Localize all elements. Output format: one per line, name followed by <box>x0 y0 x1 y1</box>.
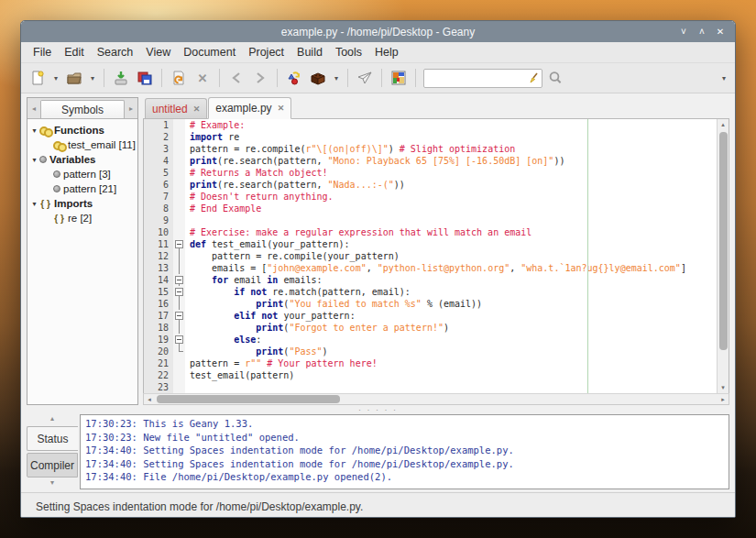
expander-icon[interactable]: ▾ <box>29 200 39 208</box>
close-button[interactable]: ✕ <box>713 27 728 37</box>
open-file-dropdown[interactable]: ▾ <box>87 67 98 89</box>
code-line-16[interactable]: 16 print("You failed to match %s" % (ema… <box>144 298 717 310</box>
clear-search-broom-icon[interactable] <box>527 71 540 84</box>
tab-symbols[interactable]: Symbols <box>40 100 125 118</box>
tab-close-icon[interactable]: ✕ <box>278 104 285 113</box>
status-messages[interactable]: 17:30:23: This is Geany 1.33.17:30:23: N… <box>80 414 729 489</box>
expander-icon[interactable]: ▾ <box>29 156 39 164</box>
code-line-18[interactable]: 18 print("Forgot to enter a pattern!") <box>144 322 717 334</box>
code-line-3[interactable]: 3pattern = re.compile(r"\[(on|off)\]") #… <box>144 143 717 155</box>
menu-view[interactable]: View <box>139 44 177 60</box>
var-icon <box>53 185 60 192</box>
tree-item-pattern[interactable]: pattern [21] <box>29 181 136 196</box>
toolbar-search-input[interactable] <box>423 69 542 88</box>
menu-project[interactable]: Project <box>242 44 290 60</box>
code-line-9[interactable]: 9 <box>144 214 717 226</box>
menu-help[interactable]: Help <box>368 44 405 60</box>
titlebar[interactable]: example.py - /home/pi/Desktop - Geany ˅ … <box>21 21 735 42</box>
fold-margin[interactable] <box>173 310 185 322</box>
new-file-dropdown[interactable]: ▾ <box>50 67 61 89</box>
code-line-20[interactable]: 20 print("Pass") <box>144 346 717 357</box>
message-tabs-scroll-down-icon[interactable]: ▾ <box>27 478 78 489</box>
scroll-left-icon[interactable]: ◂ <box>144 394 155 405</box>
navigate-forward-button[interactable] <box>249 67 271 89</box>
sidebar-tab-scroll-right-icon[interactable]: ▸ <box>125 98 137 118</box>
maximize-button[interactable]: ˄ <box>695 27 709 37</box>
tab-untitled[interactable]: untitled✕ <box>145 98 207 118</box>
tree-item-variables[interactable]: ▾Variables <box>29 152 136 167</box>
menu-build[interactable]: Build <box>290 44 329 60</box>
code-line-2[interactable]: 2import re <box>144 131 717 143</box>
vertical-scrollbar-thumb[interactable] <box>719 132 728 350</box>
code-line-23[interactable]: 23 <box>144 381 717 393</box>
navigate-back-button[interactable] <box>225 67 247 89</box>
minimize-button[interactable]: ˅ <box>676 27 691 37</box>
tab-close-icon[interactable]: ✕ <box>193 104 201 114</box>
menu-search[interactable]: Search <box>91 44 140 60</box>
window-title: example.py - /home/pi/Desktop - Geany <box>21 26 735 38</box>
code-line-7[interactable]: 7# Doesn't return anything. <box>144 191 717 203</box>
pane-splitter-handle[interactable]: · · · · · <box>21 405 735 414</box>
code-line-15[interactable]: 15 if not re.match(pattern, email): <box>144 286 717 298</box>
scroll-down-icon[interactable]: ▾ <box>718 382 729 393</box>
tree-item-functions[interactable]: ▾Functions <box>29 123 136 137</box>
expander-icon[interactable]: ▾ <box>29 126 39 135</box>
menu-file[interactable]: File <box>27 44 58 60</box>
scroll-right-icon[interactable]: ▸ <box>718 394 729 405</box>
horizontal-scrollbar[interactable]: ◂ ▸ <box>143 393 729 405</box>
build-button[interactable] <box>307 67 329 89</box>
code-line-17[interactable]: 17 elif not your_pattern: <box>144 310 717 322</box>
menu-tools[interactable]: Tools <box>329 44 368 60</box>
code-line-12[interactable]: 12 pattern = re.compile(your_pattern) <box>144 250 717 262</box>
fold-margin[interactable] <box>173 286 185 298</box>
tree-item-test_email[interactable]: test_email [11] <box>29 137 136 152</box>
fold-margin[interactable] <box>173 274 185 286</box>
line-number: 14 <box>144 274 173 286</box>
run-button[interactable] <box>354 67 376 89</box>
tab-example.py[interactable]: example.py✕ <box>208 97 291 119</box>
tree-item-label: pattern [21] <box>63 183 116 194</box>
fold-margin[interactable] <box>173 238 185 250</box>
code-line-1[interactable]: 1# Example: <box>144 119 717 131</box>
save-all-button[interactable] <box>134 67 156 89</box>
menu-document[interactable]: Document <box>177 44 242 60</box>
open-file-button[interactable] <box>63 67 85 89</box>
revert-button[interactable] <box>168 67 190 89</box>
tree-item-imports[interactable]: ▾{ }Imports <box>29 196 136 211</box>
message-tabs-scroll-up-icon[interactable]: ▴ <box>27 414 78 425</box>
code-line-8[interactable]: 8# End Example <box>144 203 717 214</box>
code-text: print("You failed to match %s" % (email)… <box>185 298 482 310</box>
code-line-6[interactable]: 6print(re.search(pattern, "Nada...:-(")) <box>144 179 717 191</box>
build-dropdown[interactable]: ▾ <box>331 67 342 89</box>
vertical-scrollbar[interactable]: ▴ ▾ <box>717 119 729 393</box>
code-line-21[interactable]: 21pattern = r"" # Your pattern here! <box>144 357 717 369</box>
sidebar-tab-scroll-left-icon[interactable]: ◂ <box>27 98 40 118</box>
code-area[interactable]: 1# Example:2import re3pattern = re.compi… <box>144 119 717 393</box>
color-chooser-button[interactable] <box>388 67 410 89</box>
braces-icon: { } <box>53 214 65 224</box>
tree-item-pattern[interactable]: pattern [3] <box>29 167 136 181</box>
tab-compiler[interactable]: Compiler <box>27 453 78 478</box>
message-window: ▴ Status Compiler ▾ 17:30:23: This is Ge… <box>21 414 735 489</box>
compile-button[interactable] <box>283 67 305 89</box>
close-document-button[interactable]: ✕ <box>192 67 214 89</box>
horizontal-scrollbar-thumb[interactable] <box>157 395 340 403</box>
code-line-22[interactable]: 22test_email(pattern) <box>144 369 717 381</box>
tree-item-re[interactable]: { }re [2] <box>29 211 136 225</box>
code-line-19[interactable]: 19 else: <box>144 334 717 346</box>
new-file-button[interactable] <box>27 67 49 89</box>
toolbar-overflow-dropdown[interactable]: ▾ <box>718 67 729 89</box>
code-line-14[interactable]: 14 for email in emails: <box>144 274 717 286</box>
fold-margin[interactable] <box>173 334 185 346</box>
code-line-11[interactable]: 11def test_email(your_pattern): <box>144 238 717 250</box>
search-button[interactable] <box>544 67 566 89</box>
code-line-4[interactable]: 4print(re.search(pattern, "Mono: Playbac… <box>144 155 717 167</box>
code-line-13[interactable]: 13 emails = ["john@example.com", "python… <box>144 262 717 274</box>
code-line-5[interactable]: 5# Returns a Match object! <box>144 167 717 179</box>
menu-edit[interactable]: Edit <box>58 44 91 60</box>
scroll-up-icon[interactable]: ▴ <box>718 119 729 130</box>
save-button[interactable] <box>110 67 132 89</box>
editor[interactable]: 1# Example:2import re3pattern = re.compi… <box>143 119 729 393</box>
tab-status[interactable]: Status <box>27 426 78 451</box>
code-line-10[interactable]: 10# Exercise: make a regular expression … <box>144 226 717 238</box>
